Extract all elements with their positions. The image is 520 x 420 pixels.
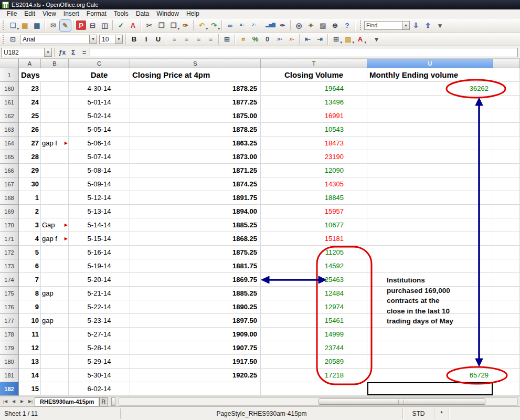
- cell-price[interactable]: 1869.75: [130, 273, 261, 287]
- cell-day[interactable]: 1: [19, 191, 41, 205]
- sum-button[interactable]: Σ: [68, 47, 78, 57]
- cell-day[interactable]: 4: [19, 232, 41, 246]
- cell-day[interactable]: 8: [19, 287, 41, 300]
- cell-filler[interactable]: [493, 191, 520, 205]
- cell-gap[interactable]: [41, 205, 69, 218]
- cell-filler[interactable]: [493, 96, 520, 109]
- cell-monthly[interactable]: [367, 136, 493, 150]
- font-color-icon[interactable]: A▾: [355, 34, 366, 45]
- name-box[interactable]: U182 ▼: [1, 48, 52, 57]
- find-and-replace-icon[interactable]: ◎: [293, 20, 304, 31]
- cell-gap[interactable]: [41, 96, 69, 109]
- column-header-A[interactable]: A: [19, 59, 41, 68]
- row-header[interactable]: 172: [0, 246, 19, 259]
- row-header[interactable]: 166: [0, 164, 19, 177]
- font-size-combo[interactable]: 10 ▼: [99, 35, 123, 44]
- navigator-icon[interactable]: ✦: [305, 20, 316, 31]
- cell-gap[interactable]: [41, 369, 69, 382]
- font-size-dropdown-icon[interactable]: ▼: [115, 35, 123, 44]
- row-header[interactable]: 161: [0, 96, 19, 109]
- underline-icon[interactable]: U: [153, 34, 164, 45]
- menu-item-insert[interactable]: Insert: [60, 9, 83, 18]
- cell-monthly[interactable]: [367, 123, 493, 136]
- select-all-corner[interactable]: [0, 59, 19, 68]
- align-justified-icon[interactable]: ≡: [205, 34, 216, 45]
- cell-gap[interactable]: [41, 123, 69, 136]
- cell-monthly[interactable]: [367, 164, 493, 177]
- row-header[interactable]: 174: [0, 273, 19, 287]
- show-draw-functions-icon[interactable]: ✒: [277, 20, 288, 31]
- formula-button[interactable]: =: [79, 47, 89, 57]
- cell-day[interactable]: 12: [19, 341, 41, 355]
- row-header[interactable]: 168: [0, 191, 19, 205]
- first-sheet-button[interactable]: |◀: [1, 397, 9, 406]
- column-header-S[interactable]: S: [130, 59, 261, 68]
- cell-filler[interactable]: [493, 177, 520, 191]
- cell-volume[interactable]: 23190: [261, 150, 367, 164]
- menu-item-file[interactable]: File: [3, 9, 20, 18]
- redo-icon[interactable]: ↷▾: [208, 20, 219, 31]
- hyperlink-icon[interactable]: ∞: [225, 20, 236, 31]
- toolbar-grip[interactable]: [360, 20, 363, 30]
- row-header[interactable]: 177: [0, 314, 19, 328]
- cell-monthly[interactable]: [367, 109, 493, 123]
- cell-price[interactable]: 1881.75: [130, 259, 261, 273]
- row-header[interactable]: 180: [0, 355, 19, 369]
- cell-volume[interactable]: 14999: [261, 328, 367, 341]
- page-preview-icon[interactable]: ◫: [99, 20, 110, 31]
- cell-day[interactable]: 27: [19, 136, 41, 150]
- cell-date[interactable]: 5-08-14: [69, 164, 130, 177]
- bold-icon[interactable]: B: [129, 34, 140, 45]
- toolbar-options-icon[interactable]: ▾: [434, 20, 445, 31]
- menu-item-view[interactable]: View: [39, 9, 60, 18]
- cell-filler[interactable]: [493, 123, 520, 136]
- horizontal-scrollbar-thumb[interactable]: [319, 398, 486, 405]
- cell-gap[interactable]: [41, 177, 69, 191]
- find-next-icon[interactable]: ⇩: [410, 20, 421, 31]
- cell-gap[interactable]: gap f▶: [41, 232, 69, 246]
- cell-gap[interactable]: gap f▶: [41, 136, 69, 150]
- cell-gap[interactable]: gap: [41, 314, 69, 328]
- find-previous-icon[interactable]: ⇧: [422, 20, 433, 31]
- cell-filler[interactable]: [493, 82, 520, 96]
- cell-date[interactable]: 5-05-14: [69, 123, 130, 136]
- row-header[interactable]: 165: [0, 150, 19, 164]
- cell-gap[interactable]: gap: [41, 287, 69, 300]
- cell-monthly[interactable]: [367, 205, 493, 218]
- cell-price[interactable]: 1909.00: [130, 328, 261, 341]
- cell-gap[interactable]: [41, 109, 69, 123]
- cell-price[interactable]: 1868.25: [130, 232, 261, 246]
- cell-volume-header[interactable]: Closing Volume: [261, 68, 367, 82]
- status-insert-mode[interactable]: STD: [403, 408, 434, 419]
- print-icon[interactable]: ⊟: [87, 20, 98, 31]
- cell-date[interactable]: 6-02-14: [69, 382, 130, 396]
- cell-gap[interactable]: [41, 355, 69, 369]
- cell-day[interactable]: 25: [19, 109, 41, 123]
- cell-price[interactable]: 1907.75: [130, 341, 261, 355]
- italic-icon[interactable]: I: [141, 34, 152, 45]
- row-header[interactable]: 178: [0, 328, 19, 341]
- cell-monthly[interactable]: [367, 218, 493, 232]
- cell-day[interactable]: 28: [19, 150, 41, 164]
- cell-monthly[interactable]: 36262: [367, 82, 493, 96]
- cell-day[interactable]: 23: [19, 82, 41, 96]
- cell-monthly[interactable]: [367, 328, 493, 341]
- cell-day[interactable]: 15: [19, 382, 41, 396]
- cell-date[interactable]: 5-09-14: [69, 177, 130, 191]
- row-header[interactable]: 160: [0, 82, 19, 96]
- cell-day[interactable]: 2: [19, 205, 41, 218]
- row-header[interactable]: 171: [0, 232, 19, 246]
- insert-chart-icon[interactable]: ▂▅▇: [265, 20, 276, 31]
- copy-icon[interactable]: ❐: [156, 20, 167, 31]
- cell-date[interactable]: 5-28-14: [69, 341, 130, 355]
- cell-volume[interactable]: 15957: [261, 205, 367, 218]
- cell-volume[interactable]: 15181: [261, 232, 367, 246]
- cell-price[interactable]: 1874.25: [130, 177, 261, 191]
- cell-price[interactable]: [130, 382, 261, 396]
- cell-date[interactable]: 5-15-14: [69, 232, 130, 246]
- cell-date[interactable]: 5-01-14: [69, 96, 130, 109]
- menu-item-window[interactable]: Window: [153, 9, 183, 18]
- cell-monthly[interactable]: [367, 96, 493, 109]
- menu-item-data[interactable]: Data: [132, 9, 153, 18]
- merge-cells-icon[interactable]: ⊞: [221, 34, 232, 45]
